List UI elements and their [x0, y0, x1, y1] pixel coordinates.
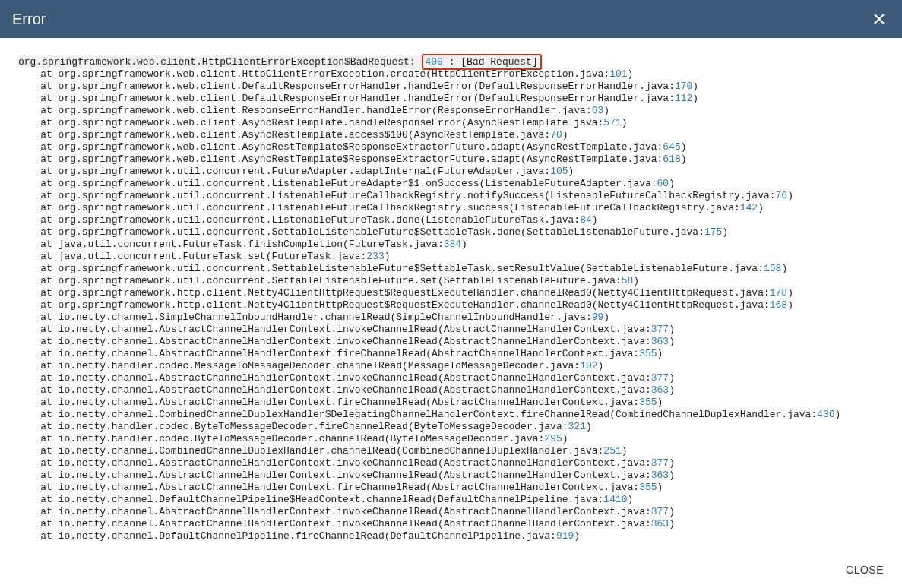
dialog-body[interactable]: org.springframework.web.client.HttpClien…: [0, 38, 902, 552]
dialog-footer: CLOSE: [0, 552, 902, 588]
close-icon-button[interactable]: [869, 8, 890, 30]
error-dialog: Error org.springframework.web.client.Htt…: [0, 0, 902, 588]
close-button[interactable]: CLOSE: [846, 564, 884, 576]
close-icon: [873, 13, 885, 25]
stack-trace: org.springframework.web.client.HttpClien…: [17, 56, 885, 542]
dialog-header: Error: [0, 0, 902, 38]
dialog-title: Error: [12, 11, 46, 28]
